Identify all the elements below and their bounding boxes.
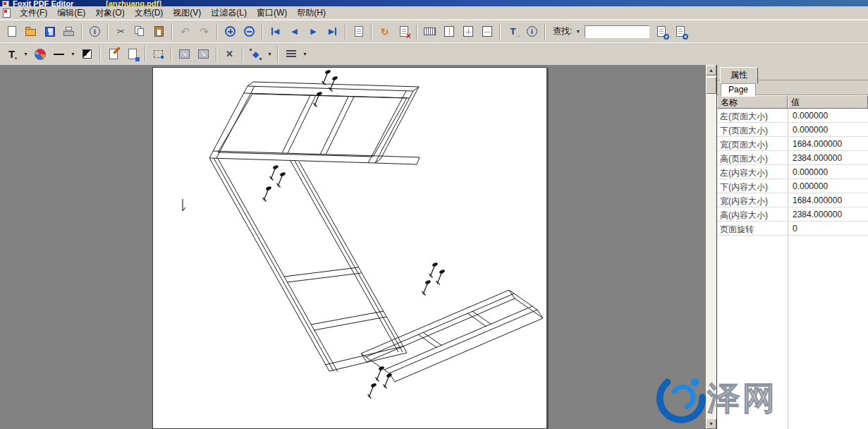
menu-filter[interactable]: 过滤器(L) — [206, 6, 252, 20]
save-icon — [45, 27, 55, 37]
menu-document[interactable]: 文档(D) — [130, 6, 169, 20]
align-button[interactable] — [281, 45, 300, 64]
next-page-button[interactable]: ▶ — [304, 23, 323, 41]
transform-button[interactable]: ↘ — [175, 45, 194, 64]
transform-copy-button[interactable]: ↘ — [194, 45, 213, 64]
open-button[interactable] — [21, 23, 40, 41]
menu-window[interactable]: 窗口(W) — [252, 6, 292, 20]
zoom-out-button[interactable] — [240, 23, 259, 41]
menu-bar: 文件(F) 编辑(E) 对象(O) 文档(D) 视图(V) 过滤器(L) 窗口(… — [0, 6, 868, 20]
column-header-name[interactable]: 名称 — [717, 95, 788, 109]
property-value[interactable]: 2384.000000 — [788, 151, 868, 164]
hex-grid-icon — [424, 28, 436, 35]
property-name: 下(页面大小) — [717, 123, 788, 136]
hex-view-button[interactable] — [420, 23, 439, 41]
line-tool-dropdown[interactable]: ▾ — [68, 47, 78, 62]
copy-button[interactable] — [130, 23, 149, 41]
zoom-in-button[interactable] — [221, 23, 240, 41]
fill-style-button[interactable] — [78, 45, 97, 64]
about-button[interactable]: i — [522, 23, 542, 41]
menu-edit[interactable]: 编辑(E) — [52, 6, 90, 20]
previous-page-icon: ◀ — [291, 28, 297, 35]
print-button[interactable] — [59, 23, 78, 41]
document-info-button[interactable]: i — [85, 23, 104, 41]
column-header-value[interactable]: 值 — [788, 95, 868, 109]
transform-copy-icon: ↘ — [198, 49, 209, 59]
next-page-icon: ▶ — [310, 28, 316, 35]
two-page-view-button[interactable] — [458, 23, 477, 41]
property-value[interactable]: 0 — [788, 222, 868, 235]
line-tool-button[interactable] — [49, 45, 68, 64]
delete-x-icon: × — [406, 32, 411, 40]
text-tool-dropdown[interactable]: ▾ — [21, 47, 30, 62]
paste-icon — [154, 26, 164, 37]
redo-button[interactable]: ↷ — [195, 23, 214, 41]
vertical-scrollbar[interactable]: ▲ ▼ — [705, 65, 716, 429]
node-edit-dropdown[interactable]: ▾ — [265, 47, 274, 62]
property-value[interactable]: 0.000000 — [788, 165, 868, 179]
paste-button[interactable] — [149, 23, 169, 41]
undo-button[interactable]: ↶ — [176, 23, 195, 41]
menu-object[interactable]: 对象(O) — [90, 6, 129, 20]
scroll-down-button[interactable]: ▼ — [706, 418, 716, 429]
zoom-in-icon — [225, 26, 236, 37]
edit-page-button[interactable] — [104, 45, 123, 64]
text-tool-icon: T — [8, 48, 15, 60]
scroll-up-button[interactable]: ▲ — [706, 65, 716, 75]
extract-text-button[interactable]: T→ — [503, 23, 522, 41]
first-page-button[interactable]: ◀ — [266, 23, 285, 41]
tab-properties[interactable]: 属性 — [720, 67, 758, 84]
find-next-button[interactable] — [652, 23, 671, 41]
last-page-button[interactable]: ▶ — [323, 23, 342, 41]
two-page-icon — [463, 26, 473, 37]
align-dropdown[interactable]: ▾ — [300, 47, 310, 62]
table-row: 下(页面大小)0.000000 — [717, 123, 868, 137]
property-value[interactable]: 0.000000 — [788, 109, 868, 122]
menu-file[interactable]: 文件(F) — [15, 6, 52, 20]
new-document-button[interactable] — [2, 23, 21, 41]
fill-icon — [82, 49, 92, 59]
property-value[interactable]: 1684.000000 — [788, 193, 868, 207]
color-picker-button[interactable] — [30, 45, 49, 64]
property-value[interactable]: 2384.000000 — [788, 207, 868, 221]
save-button[interactable] — [40, 23, 59, 41]
align-icon — [286, 50, 296, 58]
find-all-button[interactable] — [671, 23, 690, 41]
document-menu-icon[interactable] — [3, 8, 11, 18]
property-value[interactable]: 0.000000 — [788, 123, 868, 136]
info-icon: i — [90, 26, 100, 37]
menu-view[interactable]: 视图(V) — [168, 6, 206, 20]
cad-drawing — [153, 68, 546, 428]
toolbar-separator — [277, 47, 279, 62]
toolbar-separator — [81, 24, 82, 40]
scrollbar-thumb[interactable] — [706, 77, 716, 94]
page-thumbnails-icon — [355, 26, 363, 37]
transform-icon: ↘ — [179, 49, 190, 59]
magnifier-icon — [664, 34, 669, 40]
document-canvas[interactable] — [0, 65, 705, 429]
delete-page-button[interactable]: × — [394, 23, 413, 41]
cut-button[interactable]: ✂ — [111, 23, 130, 41]
find-input[interactable] — [585, 25, 649, 38]
rotate-page-button[interactable]: ↻ — [375, 23, 394, 41]
document-title: [anzhuang.pdf] — [106, 0, 161, 6]
property-value[interactable]: 0.000000 — [788, 179, 868, 193]
property-value[interactable]: 1684.000000 — [788, 137, 868, 150]
toolbar-separator — [416, 24, 417, 40]
wrench-icon: ✕ — [226, 49, 233, 59]
edit-object-button[interactable] — [123, 45, 142, 64]
tools-button[interactable]: ✕ — [220, 45, 239, 64]
text-tool-button[interactable]: T — [2, 45, 21, 64]
previous-page-button[interactable]: ◀ — [285, 23, 304, 41]
tab-page[interactable]: Page — [721, 83, 756, 97]
node-edit-button[interactable]: ◆ — [246, 45, 265, 64]
fit-width-button[interactable] — [439, 23, 458, 41]
main-area: ▲ ▼ 属性 Page 名称 值 左(页面大小)0.000000 下(页面大小)… — [0, 65, 868, 429]
full-page-view-button[interactable] — [477, 23, 496, 41]
property-name: 左(内容大小) — [717, 165, 788, 179]
pdf-page[interactable] — [152, 67, 547, 429]
select-shape-button[interactable] — [149, 45, 168, 64]
find-dropdown-button[interactable]: ▾ — [573, 24, 582, 40]
menu-help[interactable]: 帮助(H) — [292, 6, 331, 20]
page-thumbnails-button[interactable] — [349, 23, 368, 41]
